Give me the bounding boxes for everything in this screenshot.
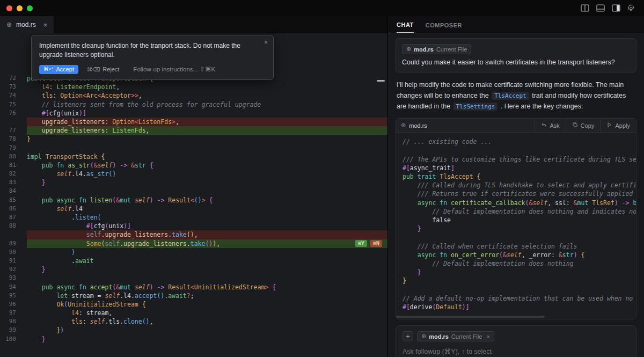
diff-reject-badge[interactable]: ⌘N [370,240,382,247]
line-number: 84 [0,187,27,195]
chat-tab-chat[interactable]: CHAT [397,21,414,33]
prompt-text: Implement the cleanup function for the t… [39,41,266,60]
rust-file-icon: ⊛ [421,333,426,340]
code-block-line: false [402,216,630,224]
add-context-button[interactable]: + [402,331,413,341]
chat-input-box: + ⊛ mod.rs Current File × Ask followup (… [396,325,636,357]
code-block-line: pub trait TlsAccept { [402,172,630,181]
user-message: ⊛ mod.rs Current File Could you make it … [396,38,636,72]
line-number: 100 [0,335,27,344]
code-line: 78} [0,135,387,143]
code-line-removed: self.upgrade_listeners.take(), [0,230,387,239]
action-label: Copy [581,122,595,129]
code-line: 79 [0,144,387,152]
reject-shortcut: ⌘⌫ [87,67,100,72]
code-line: 95 let stream = self.l4.accept().await?; [0,292,387,300]
code-block-line: // Default implementation does nothing [402,259,630,268]
editor-pane: ⊛ mod.rs × × Implement the cleanup funct… [0,16,388,357]
accept-button[interactable]: ⌘↵ Accept [39,65,78,74]
ask-button[interactable]: Ask [535,119,565,132]
line-number: 83 [0,178,27,187]
toggle-sidebar-icon[interactable] [612,4,620,12]
line-number: 79 [0,144,27,152]
code-block-hscrollbar [396,315,636,319]
line-number: 77 [0,126,27,135]
code-block-line [402,285,630,294]
code-block-line: /// Returns true if certificates were su… [402,190,630,198]
code-block-line: // Add a default no-op implementation th… [402,294,630,303]
accept-label: Accept [56,66,74,72]
line-number: 97 [0,309,27,317]
action-label: Ask [550,122,559,129]
line-number: 81 [0,161,27,170]
prompt-close-icon[interactable]: × [264,39,268,46]
chat-tab-composer[interactable]: COMPOSER [426,22,462,33]
chat-conversation[interactable]: ⊛ mod.rs Current File Could you make it … [388,33,644,357]
chip-note: Current File [436,46,467,53]
code-line-removed: upgrade_listeners: Option<ListenFds>, [0,118,387,126]
line-number: 88 [0,222,27,230]
code-editor[interactable]: × Implement the cleanup function for the… [0,33,387,357]
rust-file-icon: ⊛ [6,21,12,28]
minimize-window-button[interactable] [17,5,23,11]
chat-tabs: CHATCOMPOSER [388,16,644,33]
settings-gear-icon[interactable] [627,4,635,12]
code-line: 86 self.l4 [0,205,387,213]
line-number: 89 [0,239,27,248]
code-line: 94 pub async fn accept(&mut self) -> Res… [0,283,387,292]
line-number: 76 [0,109,27,118]
code-line: 80impl TransportStack { [0,152,387,161]
tab-close-icon[interactable]: × [43,21,48,29]
code-block-line: /// Called when certificate selection fa… [402,242,630,251]
line-number: 75 [0,100,27,109]
inline-ai-prompt: × Implement the cleanup function for the… [31,35,274,80]
line-number [0,118,27,126]
code-line: 91 .await [0,257,387,265]
chat-input-field[interactable]: Ask followup (⌘Y), ↑ to select [402,347,630,355]
apply-button[interactable]: Apply [600,119,636,132]
code-block-line: } [402,268,630,276]
reject-label: Reject [103,66,119,72]
diff-accept-badge[interactable]: ⌘Y [355,240,367,247]
tab-mod-rs[interactable]: ⊛ mod.rs × [0,16,54,33]
input-chip-note: Current File [451,333,482,340]
current-file-chip[interactable]: ⊛ mod.rs Current File [402,44,471,54]
code-block-line: #[derive(Default)] [402,303,630,311]
line-number [0,230,27,239]
inline-code-token: TlsSettings [453,103,498,111]
toggle-panel-icon[interactable] [596,4,605,12]
code-line: 87 .listen( [0,213,387,222]
code-block-line [402,146,630,155]
code-line: 74 tls: Option<Arc<Acceptor>>, [0,91,387,100]
zoom-window-button[interactable] [27,5,33,11]
followup-instructions-input[interactable]: Follow-up instructions... ⇧⌘K [133,65,215,73]
editor-code: 72pub(crate) struct TransportStack {73 l… [0,74,387,344]
copy-button[interactable]: Copy [566,119,601,132]
inline-code-token: TlsAccept [492,92,529,100]
line-number: 95 [0,292,27,300]
tab-label: mod.rs [16,21,36,28]
input-current-file-chip[interactable]: ⊛ mod.rs Current File × [417,331,494,341]
close-window-button[interactable] [6,5,12,11]
code-line: 85 pub async fn listen(&mut self) -> Res… [0,196,387,205]
code-block-line: /// Called during TLS handshake to selec… [402,181,630,190]
code-block-line: async fn on_cert_error(&self, _error: &s… [402,251,630,259]
title-bar [0,0,644,16]
action-label: Apply [615,122,630,129]
line-number: 94 [0,283,27,292]
chat-code-block: ⊛ mod.rs AskCopyApply // ... existing co… [396,118,636,319]
code-block-line: // Default implementation does nothing a… [402,207,630,216]
reject-button[interactable]: ⌘⌫ Reject [87,66,119,72]
hscrollbar-thumb[interactable] [396,316,545,318]
editor-scrollbar-thumb[interactable] [377,80,385,82]
code-block-line: #[async_trait] [402,164,630,172]
split-editor-icon[interactable] [581,4,589,12]
code-line: 75 // listeners sent from the old proces… [0,100,387,109]
code-block-line [402,233,630,242]
ask-icon [541,122,547,129]
assistant-response-text: I'll help modify the code to make certif… [397,80,635,112]
line-number: 93 [0,274,27,282]
chip-close-icon[interactable]: × [486,333,489,340]
code-block-header: ⊛ mod.rs AskCopyApply [396,119,636,133]
code-line: 84 [0,187,387,195]
